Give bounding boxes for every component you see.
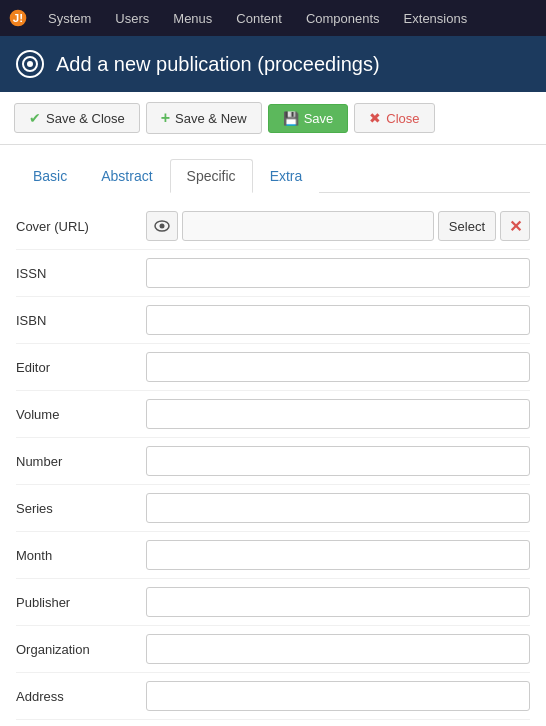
volume-input[interactable] xyxy=(146,399,530,429)
nav-components[interactable]: Components xyxy=(296,7,390,30)
form-row-series: Series xyxy=(16,485,530,532)
form-row-address: Address xyxy=(16,673,530,720)
form-row-isbn: ISBN xyxy=(16,297,530,344)
clear-cover-button[interactable]: ✕ xyxy=(500,211,530,241)
nav-users[interactable]: Users xyxy=(105,7,159,30)
issn-label: ISSN xyxy=(16,266,146,281)
tab-specific[interactable]: Specific xyxy=(170,159,253,193)
checkmark-icon: ✔ xyxy=(29,110,41,126)
organization-label: Organization xyxy=(16,642,146,657)
issn-input[interactable] xyxy=(146,258,530,288)
editor-input-wrap xyxy=(146,352,530,382)
tab-basic[interactable]: Basic xyxy=(16,159,84,193)
close-icon: ✖ xyxy=(369,110,381,126)
page-title: Add a new publication (proceedings) xyxy=(56,53,380,76)
form-row-number: Number xyxy=(16,438,530,485)
publisher-label: Publisher xyxy=(16,595,146,610)
svg-text:J!: J! xyxy=(13,11,23,24)
nav-content[interactable]: Content xyxy=(226,7,292,30)
svg-point-5 xyxy=(160,224,165,229)
close-button[interactable]: ✖ Close xyxy=(354,103,434,133)
toolbar: ✔ Save & Close + Save & New 💾 Save ✖ Clo… xyxy=(0,92,546,145)
isbn-label: ISBN xyxy=(16,313,146,328)
publication-icon xyxy=(16,50,44,78)
editor-label: Editor xyxy=(16,360,146,375)
address-input-wrap xyxy=(146,681,530,711)
form-row-organization: Organization xyxy=(16,626,530,673)
save-new-button[interactable]: + Save & New xyxy=(146,102,262,134)
page-header: Add a new publication (proceedings) xyxy=(0,36,546,92)
nav-menus[interactable]: Menus xyxy=(163,7,222,30)
save-button[interactable]: 💾 Save xyxy=(268,104,349,133)
save-close-label: Save & Close xyxy=(46,111,125,126)
nav-system[interactable]: System xyxy=(38,7,101,30)
save-label: Save xyxy=(304,111,334,126)
select-button[interactable]: Select xyxy=(438,211,496,241)
tab-abstract[interactable]: Abstract xyxy=(84,159,169,193)
organization-input[interactable] xyxy=(146,634,530,664)
series-input-wrap xyxy=(146,493,530,523)
form-row-cover: Cover (URL) Select ✕ xyxy=(16,203,530,250)
form-row-publisher: Publisher xyxy=(16,579,530,626)
x-icon: ✕ xyxy=(509,217,522,236)
nav-extensions[interactable]: Extensions xyxy=(394,7,478,30)
series-label: Series xyxy=(16,501,146,516)
joomla-logo: J! xyxy=(8,8,28,28)
form-row-issn: ISSN xyxy=(16,250,530,297)
series-input[interactable] xyxy=(146,493,530,523)
month-label: Month xyxy=(16,548,146,563)
save-close-button[interactable]: ✔ Save & Close xyxy=(14,103,140,133)
organization-input-wrap xyxy=(146,634,530,664)
number-input[interactable] xyxy=(146,446,530,476)
publisher-input-wrap xyxy=(146,587,530,617)
cover-label: Cover (URL) xyxy=(16,219,146,234)
eye-icon xyxy=(154,220,170,232)
svg-point-3 xyxy=(27,61,33,67)
cover-url-input[interactable] xyxy=(182,211,434,241)
address-label: Address xyxy=(16,689,146,704)
cover-input-group: Select ✕ xyxy=(146,211,530,241)
editor-input[interactable] xyxy=(146,352,530,382)
number-label: Number xyxy=(16,454,146,469)
navbar: J! System Users Menus Content Components… xyxy=(0,0,546,36)
plus-icon: + xyxy=(161,109,170,127)
publisher-input[interactable] xyxy=(146,587,530,617)
close-label: Close xyxy=(386,111,419,126)
isbn-input[interactable] xyxy=(146,305,530,335)
volume-input-wrap xyxy=(146,399,530,429)
issn-input-wrap xyxy=(146,258,530,288)
form-row-editor: Editor xyxy=(16,344,530,391)
tabs-container: Basic Abstract Specific Extra xyxy=(0,145,546,193)
address-input[interactable] xyxy=(146,681,530,711)
save-new-label: Save & New xyxy=(175,111,247,126)
preview-button[interactable] xyxy=(146,211,178,241)
number-input-wrap xyxy=(146,446,530,476)
form-row-month: Month xyxy=(16,532,530,579)
tab-extra[interactable]: Extra xyxy=(253,159,320,193)
form-row-volume: Volume xyxy=(16,391,530,438)
form-area: Cover (URL) Select ✕ ISSN ISBN xyxy=(0,193,546,726)
month-input[interactable] xyxy=(146,540,530,570)
tabs: Basic Abstract Specific Extra xyxy=(16,159,530,193)
save-icon: 💾 xyxy=(283,111,299,126)
isbn-input-wrap xyxy=(146,305,530,335)
month-input-wrap xyxy=(146,540,530,570)
volume-label: Volume xyxy=(16,407,146,422)
